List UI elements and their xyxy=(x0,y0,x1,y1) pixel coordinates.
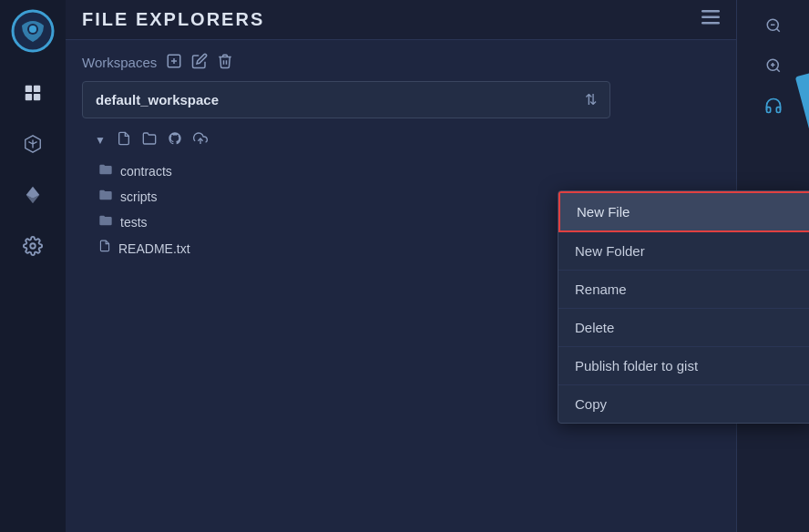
app-logo xyxy=(9,7,56,55)
svg-rect-11 xyxy=(701,16,720,19)
context-menu-item-new-folder[interactable]: New Folder xyxy=(558,232,809,271)
context-menu-item-delete[interactable]: Delete xyxy=(558,309,809,347)
context-menu-item-copy[interactable]: Copy xyxy=(558,385,809,423)
zoom-in-icon[interactable] xyxy=(757,49,790,82)
sidebar-item-ethereum[interactable] xyxy=(9,171,56,219)
main-panel: FILE EXPLORERS Workspaces xyxy=(66,0,736,532)
add-workspace-button[interactable] xyxy=(166,53,182,72)
sidebar-item-plugin[interactable] xyxy=(9,120,56,168)
tree-toolbar: ▼ xyxy=(91,131,720,149)
workspace-dropdown[interactable]: default_workspace ⇅ xyxy=(82,81,610,118)
svg-rect-3 xyxy=(26,86,32,92)
tree-item-label: tests xyxy=(120,215,148,230)
sidebar-item-settings[interactable] xyxy=(9,222,56,270)
svg-line-18 xyxy=(776,28,779,31)
dropdown-arrow-icon: ⇅ xyxy=(585,91,597,108)
header-actions xyxy=(701,10,720,29)
tree-toggle-icon[interactable]: ▼ xyxy=(95,134,106,147)
tree-item-label: README.txt xyxy=(118,241,190,256)
workspace-name: default_workspace xyxy=(96,92,219,107)
content-area: Workspaces xyxy=(66,40,736,532)
folder-icon xyxy=(98,214,113,230)
svg-rect-4 xyxy=(34,86,40,92)
workspaces-label-text: Workspaces xyxy=(82,55,157,70)
file-icon xyxy=(98,240,111,257)
svg-point-9 xyxy=(30,243,36,249)
svg-rect-5 xyxy=(26,94,32,100)
edit-workspace-button[interactable] xyxy=(191,53,208,72)
page-title: FILE EXPLORERS xyxy=(82,9,264,30)
sidebar xyxy=(0,0,66,532)
context-menu-item-rename[interactable]: Rename xyxy=(558,271,809,309)
blue-accent-decoration xyxy=(795,72,809,182)
svg-rect-6 xyxy=(34,94,40,100)
folder-icon xyxy=(98,189,113,205)
context-menu-item-new-file[interactable]: New File xyxy=(558,191,809,232)
tree-item-label: scripts xyxy=(120,189,157,204)
folder-icon xyxy=(98,163,113,179)
tree-item-label: contracts xyxy=(120,164,172,179)
svg-line-21 xyxy=(776,68,779,71)
zoom-out-icon[interactable] xyxy=(757,9,790,42)
tree-item-contracts[interactable]: contracts xyxy=(91,159,720,184)
svg-rect-10 xyxy=(701,10,720,13)
header: FILE EXPLORERS xyxy=(66,0,736,40)
delete-workspace-button[interactable] xyxy=(217,53,233,72)
svg-point-2 xyxy=(29,26,36,33)
github-icon[interactable] xyxy=(168,131,182,149)
context-menu: New File New Folder Rename Delete Publis… xyxy=(558,190,809,424)
svg-rect-12 xyxy=(701,22,720,25)
new-folder-icon[interactable] xyxy=(142,131,157,149)
context-menu-item-publish-gist[interactable]: Publish folder to gist xyxy=(558,347,809,385)
upload-icon[interactable] xyxy=(193,131,208,149)
sidebar-item-file-explorers[interactable] xyxy=(9,69,56,117)
workspaces-section: Workspaces xyxy=(82,53,720,72)
new-file-icon[interactable] xyxy=(117,131,131,149)
menu-icon[interactable] xyxy=(701,10,720,29)
headphones-icon[interactable] xyxy=(757,89,790,122)
